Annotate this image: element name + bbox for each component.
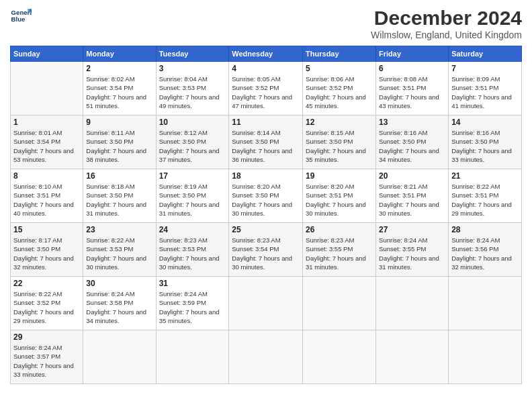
sunrise-time: Sunrise: 8:12 AM bbox=[159, 129, 208, 136]
sunset-time: Sunset: 3:50 PM bbox=[232, 138, 279, 145]
sunrise-time: Sunrise: 8:10 AM bbox=[13, 183, 62, 190]
daylight-hours: Daylight: 7 hours and 32 minutes. bbox=[13, 255, 74, 271]
day-info: Sunrise: 8:22 AM Sunset: 3:51 PM Dayligh… bbox=[451, 182, 519, 218]
sunset-time: Sunset: 3:51 PM bbox=[13, 191, 60, 199]
day-number: 28 bbox=[451, 225, 519, 234]
sunset-time: Sunset: 3:51 PM bbox=[306, 191, 353, 199]
day-info: Sunrise: 8:09 AM Sunset: 3:51 PM Dayligh… bbox=[451, 75, 519, 110]
day-info: Sunrise: 8:16 AM Sunset: 3:50 PM Dayligh… bbox=[451, 128, 519, 164]
calendar-week-row: 29 Sunrise: 8:24 AM Sunset: 3:57 PM Dayl… bbox=[11, 330, 522, 384]
daylight-hours: Daylight: 7 hours and 53 minutes. bbox=[13, 147, 74, 163]
calendar-cell: 11 Sunrise: 8:14 AM Sunset: 3:50 PM Dayl… bbox=[229, 116, 303, 169]
sunset-time: Sunset: 3:51 PM bbox=[451, 191, 498, 199]
sunset-time: Sunset: 3:50 PM bbox=[159, 191, 206, 199]
day-info: Sunrise: 8:02 AM Sunset: 3:54 PM Dayligh… bbox=[86, 75, 152, 110]
page-container: General Blue December 2024 Wilmslow, Eng… bbox=[0, 0, 532, 411]
title-block: December 2024 Wilmslow, England, United … bbox=[371, 7, 522, 40]
calendar-cell: 8 Sunrise: 8:10 AM Sunset: 3:51 PM Dayli… bbox=[11, 169, 83, 223]
calendar-cell: 19 Sunrise: 8:20 AM Sunset: 3:51 PM Dayl… bbox=[303, 169, 376, 223]
sunset-time: Sunset: 3:52 PM bbox=[306, 84, 353, 91]
calendar-cell bbox=[449, 330, 522, 384]
day-info: Sunrise: 8:23 AM Sunset: 3:53 PM Dayligh… bbox=[159, 236, 226, 271]
day-number: 23 bbox=[86, 225, 152, 234]
sunrise-time: Sunrise: 8:14 AM bbox=[232, 129, 280, 136]
daylight-hours: Daylight: 7 hours and 32 minutes. bbox=[451, 255, 512, 271]
sunset-time: Sunset: 3:52 PM bbox=[232, 84, 279, 91]
daylight-hours: Daylight: 7 hours and 49 minutes. bbox=[159, 93, 220, 109]
sunrise-time: Sunrise: 8:22 AM bbox=[86, 236, 134, 244]
day-number: 27 bbox=[379, 225, 445, 234]
calendar-cell: 15 Sunrise: 8:17 AM Sunset: 3:50 PM Dayl… bbox=[11, 223, 83, 277]
day-number: 24 bbox=[159, 225, 226, 234]
day-number: 7 bbox=[451, 64, 519, 73]
day-number: 22 bbox=[13, 279, 80, 288]
sunset-time: Sunset: 3:57 PM bbox=[13, 353, 60, 360]
calendar-cell: 18 Sunrise: 8:20 AM Sunset: 3:50 PM Dayl… bbox=[229, 169, 303, 223]
sunrise-time: Sunrise: 8:15 AM bbox=[306, 129, 354, 136]
day-number: 11 bbox=[232, 118, 300, 127]
day-info: Sunrise: 8:24 AM Sunset: 3:59 PM Dayligh… bbox=[159, 289, 226, 325]
sunset-time: Sunset: 3:55 PM bbox=[379, 245, 426, 253]
daylight-hours: Daylight: 7 hours and 45 minutes. bbox=[306, 93, 366, 109]
sunrise-time: Sunrise: 8:24 AM bbox=[86, 290, 134, 298]
sunrise-time: Sunrise: 8:24 AM bbox=[379, 236, 427, 244]
day-number: 18 bbox=[232, 171, 300, 181]
sunset-time: Sunset: 3:50 PM bbox=[379, 138, 426, 145]
sunrise-time: Sunrise: 8:02 AM bbox=[86, 75, 134, 83]
calendar-cell: 2 Sunrise: 8:02 AM Sunset: 3:54 PM Dayli… bbox=[83, 62, 156, 116]
day-number: 3 bbox=[159, 64, 226, 73]
sunset-time: Sunset: 3:58 PM bbox=[86, 299, 133, 306]
sunrise-time: Sunrise: 8:11 AM bbox=[86, 129, 134, 136]
calendar-cell: 14 Sunrise: 8:16 AM Sunset: 3:50 PM Dayl… bbox=[449, 116, 522, 169]
day-info: Sunrise: 8:18 AM Sunset: 3:50 PM Dayligh… bbox=[86, 182, 152, 218]
day-number: 14 bbox=[451, 118, 519, 127]
daylight-hours: Daylight: 7 hours and 33 minutes. bbox=[13, 362, 74, 378]
day-info: Sunrise: 8:24 AM Sunset: 3:56 PM Dayligh… bbox=[451, 236, 519, 271]
day-number: 21 bbox=[451, 171, 519, 181]
calendar-cell: 31 Sunrise: 8:24 AM Sunset: 3:59 PM Dayl… bbox=[156, 277, 229, 330]
col-saturday: Saturday bbox=[449, 46, 522, 62]
day-info: Sunrise: 8:23 AM Sunset: 3:54 PM Dayligh… bbox=[232, 236, 300, 271]
day-info: Sunrise: 8:11 AM Sunset: 3:50 PM Dayligh… bbox=[86, 128, 152, 164]
calendar-cell bbox=[229, 277, 303, 330]
day-info: Sunrise: 8:05 AM Sunset: 3:52 PM Dayligh… bbox=[232, 75, 300, 110]
col-sunday: Sunday bbox=[11, 46, 83, 62]
calendar-cell bbox=[376, 277, 449, 330]
calendar-cell: 21 Sunrise: 8:22 AM Sunset: 3:51 PM Dayl… bbox=[449, 169, 522, 223]
day-info: Sunrise: 8:24 AM Sunset: 3:57 PM Dayligh… bbox=[13, 343, 80, 379]
daylight-hours: Daylight: 7 hours and 37 minutes. bbox=[159, 147, 220, 163]
calendar-cell: 29 Sunrise: 8:24 AM Sunset: 3:57 PM Dayl… bbox=[11, 330, 83, 384]
calendar-cell: 12 Sunrise: 8:15 AM Sunset: 3:50 PM Dayl… bbox=[303, 116, 376, 169]
day-info: Sunrise: 8:24 AM Sunset: 3:55 PM Dayligh… bbox=[379, 236, 445, 271]
col-monday: Monday bbox=[83, 46, 156, 62]
calendar-cell bbox=[449, 277, 522, 330]
calendar-cell: 20 Sunrise: 8:21 AM Sunset: 3:51 PM Dayl… bbox=[376, 169, 449, 223]
calendar-cell bbox=[156, 330, 229, 384]
daylight-hours: Daylight: 7 hours and 38 minutes. bbox=[86, 147, 146, 163]
daylight-hours: Daylight: 7 hours and 51 minutes. bbox=[86, 93, 146, 109]
logo: General Blue bbox=[10, 7, 32, 26]
daylight-hours: Daylight: 7 hours and 30 minutes. bbox=[232, 255, 292, 271]
sunrise-time: Sunrise: 8:24 AM bbox=[13, 344, 62, 351]
day-number: 15 bbox=[13, 225, 80, 234]
sunset-time: Sunset: 3:52 PM bbox=[13, 299, 60, 306]
calendar-week-row: 1 Sunrise: 8:01 AM Sunset: 3:54 PM Dayli… bbox=[11, 116, 522, 169]
calendar-cell: 22 Sunrise: 8:22 AM Sunset: 3:52 PM Dayl… bbox=[11, 277, 83, 330]
day-number: 20 bbox=[379, 171, 445, 181]
calendar-cell: 30 Sunrise: 8:24 AM Sunset: 3:58 PM Dayl… bbox=[83, 277, 156, 330]
daylight-hours: Daylight: 7 hours and 43 minutes. bbox=[379, 93, 439, 109]
logo-icon: General Blue bbox=[10, 7, 32, 26]
sunrise-time: Sunrise: 8:16 AM bbox=[451, 129, 500, 136]
day-number: 4 bbox=[232, 64, 300, 73]
sunset-time: Sunset: 3:59 PM bbox=[159, 299, 206, 306]
col-thursday: Thursday bbox=[303, 46, 376, 62]
calendar-cell: 13 Sunrise: 8:16 AM Sunset: 3:50 PM Dayl… bbox=[376, 116, 449, 169]
day-number: 2 bbox=[86, 64, 152, 73]
calendar-cell: 23 Sunrise: 8:22 AM Sunset: 3:53 PM Dayl… bbox=[83, 223, 156, 277]
day-number: 25 bbox=[232, 225, 300, 234]
month-title: December 2024 bbox=[371, 7, 522, 30]
sunset-time: Sunset: 3:50 PM bbox=[159, 138, 206, 145]
sunrise-time: Sunrise: 8:04 AM bbox=[159, 75, 208, 83]
sunset-time: Sunset: 3:50 PM bbox=[451, 138, 498, 145]
calendar-cell: 25 Sunrise: 8:23 AM Sunset: 3:54 PM Dayl… bbox=[229, 223, 303, 277]
